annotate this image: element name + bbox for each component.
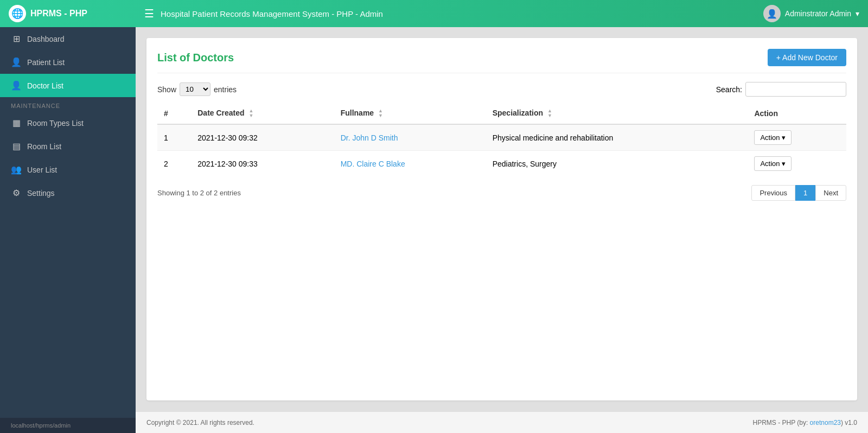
table-row: 2 2021-12-30 09:33 MD. Claire C Blake Pe… <box>157 151 846 177</box>
show-label: Show <box>157 85 176 94</box>
sidebar-label-user-list: User List <box>27 165 57 174</box>
cell-specialization: Physical medicine and rehabilitation <box>486 124 748 151</box>
col-action: Action <box>748 103 846 124</box>
table-controls: Show 10 25 50 100 entries Search: <box>157 82 846 97</box>
sidebar: ⊞ Dashboard 👤 Patient List 👤 Doctor List… <box>0 27 136 433</box>
col-num: # <box>157 103 191 124</box>
doctor-link-0[interactable]: Dr. John D Smith <box>341 133 398 142</box>
cell-action: Action ▾ <box>748 151 846 177</box>
showing-info: Showing 1 to 2 of 2 entries <box>157 189 241 197</box>
action-button-1[interactable]: Action ▾ <box>754 156 792 171</box>
action-button-0[interactable]: Action ▾ <box>754 130 792 145</box>
sidebar-label-room-list: Room List <box>27 142 61 151</box>
top-navbar: 🌐 HPRMS - PHP ☰ Hospital Patient Records… <box>0 0 868 27</box>
previous-button[interactable]: Previous <box>751 185 795 201</box>
sidebar-item-room-types[interactable]: ▦ Room Types List <box>0 111 136 135</box>
table-footer: Showing 1 to 2 of 2 entries Previous 1 N… <box>157 185 846 201</box>
navbar-title: Hospital Patient Records Management Syst… <box>161 9 763 18</box>
col-date-created[interactable]: Date Created ▲▼ <box>191 103 334 124</box>
globe-icon: 🌐 <box>9 5 26 22</box>
footer-copyright: Copyright © 2021. All rights reserved. <box>146 419 254 426</box>
show-entries-control: Show 10 25 50 100 entries <box>157 82 237 96</box>
footer: Copyright © 2021. All rights reserved. H… <box>136 411 868 433</box>
sidebar-item-patient-list[interactable]: 👤 Patient List <box>0 50 136 74</box>
sidebar-item-dashboard[interactable]: ⊞ Dashboard <box>0 27 136 50</box>
sidebar-label-dashboard: Dashboard <box>27 35 65 43</box>
search-label: Search: <box>716 85 742 94</box>
sidebar-label-room-types: Room Types List <box>27 119 84 128</box>
search-input[interactable] <box>745 82 846 97</box>
cell-specialization: Pediatrics, Surgery <box>486 151 748 177</box>
sidebar-item-settings[interactable]: ⚙ Settings <box>0 181 136 205</box>
footer-credit: HPRMS - PHP (by: oretnom23) v1.0 <box>752 419 857 426</box>
add-new-doctor-button[interactable]: + Add New Doctor <box>768 49 846 66</box>
hamburger-menu[interactable]: ☰ <box>144 7 154 20</box>
sidebar-item-user-list[interactable]: 👥 User List <box>0 158 136 181</box>
table-row: 1 2021-12-30 09:32 Dr. John D Smith Phys… <box>157 124 846 151</box>
cell-date: 2021-12-30 09:33 <box>191 151 334 177</box>
cell-fullname: Dr. John D Smith <box>334 124 486 151</box>
patient-icon: 👤 <box>11 57 22 67</box>
sidebar-label-doctor-list: Doctor List <box>27 81 63 90</box>
next-button[interactable]: Next <box>815 185 846 201</box>
sort-icon-fullname: ▲▼ <box>378 109 383 118</box>
dashboard-icon: ⊞ <box>11 34 22 44</box>
cell-fullname: MD. Claire C Blake <box>334 151 486 177</box>
entries-label: entries <box>214 85 237 94</box>
user-list-icon: 👥 <box>11 164 22 175</box>
sidebar-label-patient-list: Patient List <box>27 58 65 67</box>
settings-icon: ⚙ <box>11 188 22 198</box>
room-types-icon: ▦ <box>11 118 22 128</box>
col-fullname[interactable]: Fullname ▲▼ <box>334 103 486 124</box>
sidebar-item-doctor-list[interactable]: 👤 Doctor List <box>0 74 136 97</box>
user-dropdown-arrow[interactable]: ▾ <box>856 9 859 18</box>
page-header: List of Doctors + Add New Doctor <box>157 49 846 73</box>
room-list-icon: ▤ <box>11 141 22 151</box>
maintenance-label: Maintenance <box>0 97 136 111</box>
user-avatar: 👤 <box>763 5 781 22</box>
cell-action: Action ▾ <box>748 124 846 151</box>
search-box: Search: <box>716 82 846 97</box>
main-content: List of Doctors + Add New Doctor Show 10… <box>136 27 868 433</box>
doctor-icon: 👤 <box>11 80 22 91</box>
brand-logo: 🌐 HPRMS - PHP <box>9 5 144 22</box>
footer-author-link[interactable]: oretnom23 <box>810 419 841 426</box>
brand-name: HPRMS - PHP <box>30 9 87 18</box>
sidebar-item-room-list[interactable]: ▤ Room List <box>0 135 136 158</box>
navbar-user: 👤 Adminstrator Admin ▾ <box>763 5 859 22</box>
user-name: Adminstrator Admin <box>785 9 851 18</box>
doctors-table: # Date Created ▲▼ Fullname ▲▼ Specializa… <box>157 103 846 176</box>
sort-icon-date: ▲▼ <box>249 109 254 118</box>
sidebar-label-settings: Settings <box>27 189 55 198</box>
doctor-link-1[interactable]: MD. Claire C Blake <box>341 160 405 168</box>
entries-per-page-select[interactable]: 10 25 50 100 <box>180 82 210 96</box>
url-bar: localhost/hprms/admin <box>0 418 136 433</box>
page-title: List of Doctors <box>157 52 234 64</box>
page-1-button[interactable]: 1 <box>795 185 815 201</box>
sort-icon-specialization: ▲▼ <box>547 109 552 118</box>
cell-date: 2021-12-30 09:32 <box>191 124 334 151</box>
main-layout: ⊞ Dashboard 👤 Patient List 👤 Doctor List… <box>0 27 868 433</box>
cell-num: 1 <box>157 124 191 151</box>
table-header-row: # Date Created ▲▼ Fullname ▲▼ Specializa… <box>157 103 846 124</box>
cell-num: 2 <box>157 151 191 177</box>
col-specialization[interactable]: Specialization ▲▼ <box>486 103 748 124</box>
content-area: List of Doctors + Add New Doctor Show 10… <box>146 38 857 400</box>
pagination: Previous 1 Next <box>751 185 846 201</box>
